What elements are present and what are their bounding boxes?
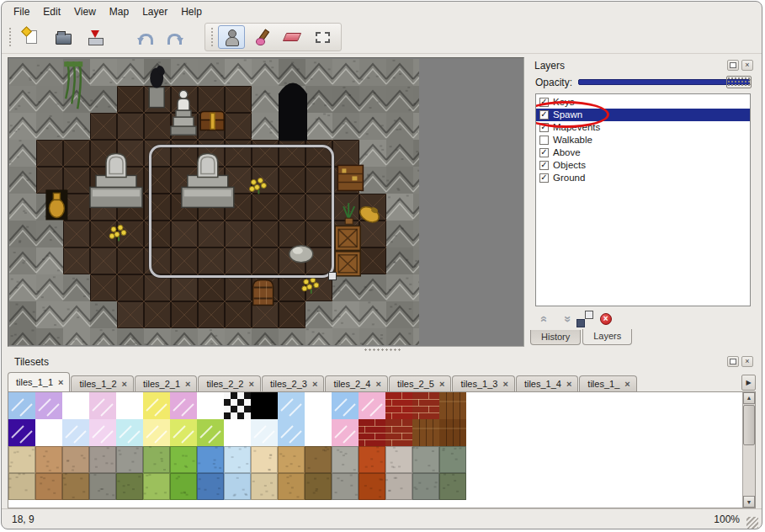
layer-label: Ground xyxy=(553,173,585,183)
open-button[interactable] xyxy=(50,25,77,49)
move-layer-down-button[interactable]: « xyxy=(563,312,570,326)
layer-checkbox[interactable]: ✓ xyxy=(539,148,549,157)
delete-layer-icon: × xyxy=(600,313,612,325)
new-map-button[interactable] xyxy=(18,25,45,49)
save-button[interactable] xyxy=(82,25,109,49)
cursor-position: 18, 9 xyxy=(12,513,714,525)
menu-help[interactable]: Help xyxy=(174,3,209,20)
select-tool-icon xyxy=(316,32,330,43)
menu-edit[interactable]: Edit xyxy=(36,3,67,20)
scroll-down-button[interactable]: ▼ xyxy=(743,496,755,508)
layer-checkbox[interactable]: ✓ xyxy=(539,161,549,170)
tileset-tab-label: tiles_1_4 xyxy=(524,379,561,389)
tileset-tab[interactable]: tiles_2_3× xyxy=(262,375,324,391)
move-layer-up-button[interactable]: « xyxy=(541,312,548,326)
layer-checkbox[interactable]: ✓ xyxy=(539,98,549,107)
tileset-tab[interactable]: tiles_1_4× xyxy=(516,375,578,391)
selection-resize-handle[interactable] xyxy=(328,272,337,280)
close-icon[interactable]: × xyxy=(439,379,444,389)
eraser-tool-button[interactable] xyxy=(279,25,305,49)
layer-row-mapevents[interactable]: ✓ Mapevents xyxy=(536,121,750,134)
status-bar: 18, 9 100% xyxy=(2,508,762,529)
layer-checkbox[interactable]: ✓ xyxy=(539,123,549,132)
map-viewport xyxy=(8,57,524,347)
layer-row-walkable[interactable]: Walkable xyxy=(536,134,750,146)
app-window: File Edit View Map Layer Help xyxy=(1,1,762,529)
close-panel-button[interactable]: × xyxy=(741,356,753,367)
layer-label: Walkable xyxy=(553,135,592,145)
float-icon xyxy=(730,359,736,364)
redo-icon xyxy=(169,32,183,42)
undo-button[interactable] xyxy=(130,25,157,49)
close-icon[interactable]: × xyxy=(624,379,630,389)
tileset-tab[interactable]: tiles_2_4× xyxy=(325,375,387,391)
dock-tabs: History Layers xyxy=(528,330,756,347)
tileset-tab[interactable]: tiles_1_1× xyxy=(8,372,70,391)
tools-grip xyxy=(210,27,215,47)
menu-bar: File Edit View Map Layer Help xyxy=(2,2,762,22)
tab-history[interactable]: History xyxy=(530,330,581,345)
close-panel-button[interactable]: × xyxy=(741,60,753,71)
tileset-tab[interactable]: tiles_2_1× xyxy=(135,375,197,391)
tileset-tab-label: tiles_2_3 xyxy=(270,379,307,389)
tab-scroll-right-button[interactable]: ▶ xyxy=(741,375,756,391)
close-icon[interactable]: × xyxy=(122,379,127,389)
stamp-tool-button[interactable] xyxy=(218,25,245,49)
layer-row-above[interactable]: ✓ Above xyxy=(536,146,750,159)
checkmark-icon: ✓ xyxy=(540,161,547,169)
menu-file[interactable]: File xyxy=(7,3,36,20)
layers-panel-header: Layers × xyxy=(528,57,756,74)
tileset-tab[interactable]: tiles_2_5× xyxy=(389,375,451,391)
tileset-tab[interactable]: tiles_1_× xyxy=(579,375,636,391)
scroll-up-button[interactable]: ▲ xyxy=(743,392,755,404)
tileset-tab[interactable]: tiles_1_3× xyxy=(452,375,514,391)
scrollbar-thumb[interactable] xyxy=(743,405,755,445)
opacity-slider[interactable] xyxy=(578,76,752,88)
toolbar xyxy=(2,22,762,54)
layer-checkbox[interactable] xyxy=(539,136,549,145)
layer-checkbox[interactable]: ✓ xyxy=(539,173,549,183)
close-icon[interactable]: × xyxy=(249,379,254,389)
tileset-tab[interactable]: tiles_2_2× xyxy=(198,375,260,391)
save-icon xyxy=(88,30,103,45)
float-panel-button[interactable] xyxy=(727,60,739,71)
tools-group xyxy=(205,23,342,51)
layer-row-keys[interactable]: ✓ Keys xyxy=(536,96,750,109)
menu-layer[interactable]: Layer xyxy=(135,3,174,20)
slider-handle[interactable] xyxy=(726,76,752,88)
open-folder-icon xyxy=(56,34,72,45)
layer-row-ground[interactable]: ✓ Ground xyxy=(536,172,750,184)
resize-grip[interactable] xyxy=(746,517,758,529)
toolbar-grip xyxy=(8,27,13,47)
tileset-canvas[interactable] xyxy=(8,392,466,500)
delete-layer-button[interactable]: × xyxy=(600,313,612,325)
close-icon[interactable]: × xyxy=(185,379,190,389)
layer-label: Spawn xyxy=(553,109,582,120)
layer-row-objects[interactable]: ✓ Objects xyxy=(536,159,750,172)
scroll-up-icon: ▲ xyxy=(746,395,752,401)
tileset-tab[interactable]: tiles_1_2× xyxy=(71,375,133,391)
close-icon[interactable]: × xyxy=(312,379,317,389)
layer-row-spawn[interactable]: ✓ Spawn xyxy=(536,109,750,121)
select-tool-button[interactable] xyxy=(309,25,336,49)
layers-panel-title: Layers xyxy=(534,60,725,72)
close-icon[interactable]: × xyxy=(566,379,571,389)
brush-tool-icon xyxy=(254,29,269,45)
close-icon[interactable]: × xyxy=(58,377,63,387)
checkmark-icon: ✓ xyxy=(540,110,547,119)
redo-button[interactable] xyxy=(162,25,189,49)
layer-checkbox[interactable]: ✓ xyxy=(539,110,549,120)
tileset-scrollbar[interactable]: ▲ ▼ xyxy=(742,392,755,508)
horizontal-splitter[interactable] xyxy=(2,347,762,354)
selection-rectangle[interactable] xyxy=(149,145,334,278)
tileset-tab-label: tiles_1_3 xyxy=(460,379,497,389)
tab-layers[interactable]: Layers xyxy=(582,329,632,345)
zoom-level: 100% xyxy=(714,513,740,525)
menu-view[interactable]: View xyxy=(67,3,103,20)
layer-label: Mapevents xyxy=(553,122,600,132)
close-icon[interactable]: × xyxy=(502,379,507,389)
menu-map[interactable]: Map xyxy=(103,3,135,20)
brush-tool-button[interactable] xyxy=(248,25,275,49)
close-icon[interactable]: × xyxy=(375,379,380,389)
float-panel-button[interactable] xyxy=(727,356,739,367)
